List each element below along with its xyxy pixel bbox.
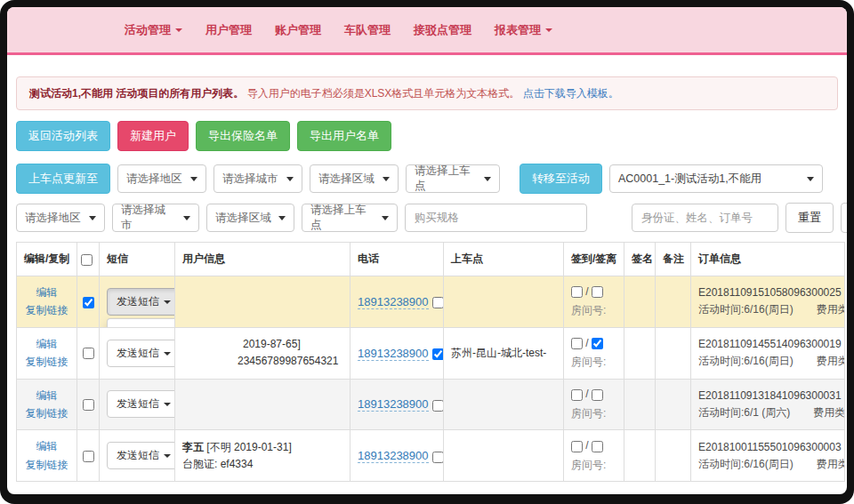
screenshot-frame: 活动管理 用户管理 账户管理 车队管理 接驳点管理 报表管理 测试活动1,不能用… xyxy=(0,0,854,504)
user-name: 李五 xyxy=(182,441,204,453)
filter-button[interactable]: 过滤 xyxy=(841,203,847,233)
header-order-info: 订单信息 xyxy=(691,243,845,276)
phone-link[interactable]: 18913238900 xyxy=(358,449,429,463)
row-checkbox[interactable] xyxy=(83,451,94,462)
slash-separator: / xyxy=(585,337,588,349)
action-buttons: 返回活动列表 新建用户 导出保险名单 导出用户名单 xyxy=(16,121,838,151)
navbar: 活动管理 用户管理 账户管理 车队管理 接驳点管理 报表管理 xyxy=(7,7,847,55)
pickup-point-select[interactable]: 请选择上车点 xyxy=(406,164,500,193)
send-sms-button[interactable]: 发送短信 xyxy=(107,390,175,418)
phone-checkbox[interactable] xyxy=(432,452,444,463)
back-to-activity-list-button[interactable]: 返回活动列表 xyxy=(16,121,110,151)
edit-link[interactable]: 编辑 xyxy=(24,437,69,455)
user-id-line: 23456789987654321 xyxy=(182,353,342,370)
phone-link[interactable]: 18913238900 xyxy=(358,295,429,309)
nav-label: 接驳点管理 xyxy=(414,22,471,38)
sign-out-checkbox[interactable] xyxy=(592,441,603,452)
nav-account-management[interactable]: 账户管理 xyxy=(275,22,321,38)
order-fee-type: 费用类型 xyxy=(817,303,845,316)
city-select[interactable]: 请选择城市 xyxy=(214,164,302,193)
send-sms-button[interactable]: 发送短信 xyxy=(107,340,175,367)
region-filter-select[interactable]: 请选择地区 xyxy=(16,204,105,232)
purchase-spec-input[interactable] xyxy=(405,204,587,232)
nav-user-management[interactable]: 用户管理 xyxy=(205,22,252,38)
region-select[interactable]: 请选择地区 xyxy=(117,164,206,193)
nav-label: 车队管理 xyxy=(344,22,391,38)
area-filter-select[interactable]: 请选择区域 xyxy=(206,204,294,232)
pickup-cell: 苏州-昆山-城北-test- xyxy=(444,327,564,379)
caret-down-icon xyxy=(382,216,389,220)
export-insurance-list-button[interactable]: 导出保险名单 xyxy=(196,121,290,151)
select-value: 请选择地区 xyxy=(25,211,81,226)
edit-link[interactable]: 编辑 xyxy=(24,387,69,404)
row-checkbox[interactable] xyxy=(83,399,94,411)
area-select[interactable]: 请选择区域 xyxy=(310,164,399,193)
sign-in-checkbox[interactable] xyxy=(571,338,583,349)
edit-link[interactable]: 编辑 xyxy=(24,284,69,301)
nav-label: 账户管理 xyxy=(275,22,321,38)
nav-activity-management[interactable]: 活动管理 xyxy=(125,22,182,38)
caret-down-icon xyxy=(545,28,552,32)
sign-in-checkbox[interactable] xyxy=(571,389,583,401)
copy-link[interactable]: 复制链接 xyxy=(24,404,69,422)
export-user-list-button[interactable]: 导出用户名单 xyxy=(297,121,391,151)
pickup-cell xyxy=(444,379,564,430)
signature-cell xyxy=(624,276,656,328)
send-sms-label: 发送短信 xyxy=(117,295,159,308)
table-row: 编辑复制链接 发送短信 2019-87-65]23456789987654321… xyxy=(17,327,845,379)
edit-link[interactable]: 编辑 xyxy=(24,335,69,353)
sign-out-checkbox[interactable] xyxy=(592,286,603,298)
alert-banner: 测试活动1,不能用 活动项目的所有用户列表。 导入用户的电子档必须是XLSX格式… xyxy=(16,76,838,110)
new-user-button[interactable]: 新建用户 xyxy=(117,121,189,151)
header-edit-copy: 编辑/复制 xyxy=(17,243,77,276)
pickup-filter-select[interactable]: 请选择上车点 xyxy=(302,204,398,232)
send-sms-label: 发送短信 xyxy=(117,397,159,410)
select-value: 请选择城市 xyxy=(222,172,278,187)
order-fee-type: 费用类型 xyxy=(817,355,845,367)
slash-separator: / xyxy=(585,388,588,400)
nav-report-management[interactable]: 报表管理 xyxy=(495,22,552,38)
pickup-cell xyxy=(444,430,564,482)
phone-link[interactable]: 18913238900 xyxy=(358,397,429,412)
dropdown-item-request-info-sms[interactable]: 索要信息短信 xyxy=(108,324,175,327)
sign-in-checkbox[interactable] xyxy=(571,441,583,452)
activity-select[interactable]: AC0001_1-测试活动1,不能用 xyxy=(609,164,823,193)
send-sms-button[interactable]: 发送短信 xyxy=(107,442,175,469)
row-checkbox[interactable] xyxy=(83,348,94,359)
send-sms-label: 发送短信 xyxy=(117,347,159,359)
sign-out-checkbox[interactable] xyxy=(592,389,603,401)
reset-button[interactable]: 重置 xyxy=(786,203,834,233)
download-template-link[interactable]: 点击下载导入模板。 xyxy=(523,87,619,100)
nav-fleet-management[interactable]: 车队管理 xyxy=(344,22,391,38)
nav-shuttle-point-management[interactable]: 接驳点管理 xyxy=(414,22,471,38)
caret-down-icon xyxy=(175,28,182,32)
note-cell xyxy=(656,430,691,482)
phone-checkbox[interactable] xyxy=(432,348,444,360)
slash-separator: / xyxy=(585,439,588,452)
city-filter-select[interactable]: 请选择城市 xyxy=(112,204,199,232)
header-user-info: 用户信息 xyxy=(175,243,350,276)
sign-in-checkbox[interactable] xyxy=(571,286,583,298)
room-number-label: 房间号: xyxy=(571,303,616,318)
phone-checkbox[interactable] xyxy=(432,400,444,412)
order-number: E20181109145514096300019 xyxy=(698,336,837,353)
caret-down-icon xyxy=(164,352,171,356)
row-checkbox[interactable] xyxy=(83,297,94,308)
sign-out-checkbox[interactable] xyxy=(592,338,603,349)
user-detail: 2019-87-65] xyxy=(243,338,301,350)
phone-checkbox[interactable] xyxy=(432,297,444,308)
copy-link[interactable]: 复制链接 xyxy=(24,301,69,319)
copy-link[interactable]: 复制链接 xyxy=(24,353,69,371)
signature-cell xyxy=(624,327,656,379)
slash-separator: / xyxy=(585,285,588,298)
transfer-to-activity-button[interactable]: 转移至活动 xyxy=(520,164,602,194)
send-sms-button[interactable]: 发送短信 xyxy=(107,288,175,316)
select-value: 请选择区域 xyxy=(215,211,271,226)
order-time: 活动时间:6/16(周日) xyxy=(698,303,794,316)
update-pickup-button[interactable]: 上车点更新至 xyxy=(16,164,110,194)
select-all-checkbox[interactable] xyxy=(81,254,93,266)
phone-link[interactable]: 18913238900 xyxy=(358,347,429,361)
search-input[interactable] xyxy=(632,204,778,232)
copy-link[interactable]: 复制链接 xyxy=(24,456,69,474)
alert-bold-text: 测试活动1,不能用 活动项目的所有用户列表。 xyxy=(29,87,244,100)
